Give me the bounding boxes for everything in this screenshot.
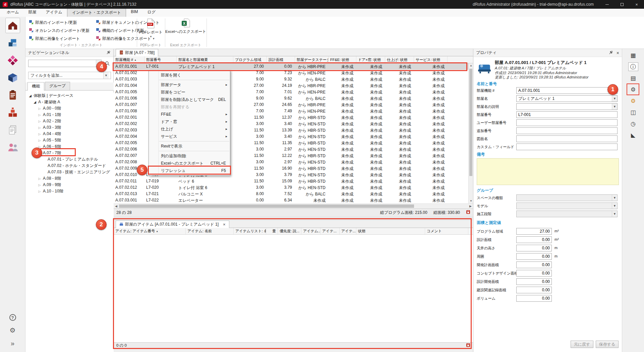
tree-item-7[interactable]: ▷A.05 - 5階: [25, 137, 114, 143]
scroll-left-icon[interactable]: ◀: [114, 204, 119, 209]
items-column-header-9[interactable]: コメント: [425, 228, 468, 234]
property-combo-2-0[interactable]: ▼: [516, 194, 618, 201]
table-row[interactable]: A.07.02.013L7-021バルコニー X8.007.52から BALC未…: [114, 191, 468, 197]
tree-expander-icon[interactable]: ◢: [33, 100, 37, 104]
tree-item-1[interactable]: ◢A - 建築物 A: [25, 99, 114, 105]
context-menu-item-8[interactable]: 仕上げ▸: [149, 125, 230, 133]
nav-tab-0[interactable]: 機能: [27, 82, 44, 91]
tree-item-5[interactable]: ▷A.03 - 3階: [25, 124, 114, 131]
rooms-column-header-4[interactable]: 設計面積: [267, 56, 295, 63]
items-column-header-3[interactable]: 量: [266, 228, 278, 234]
context-menu-item-2[interactable]: 部屋データ▸: [149, 81, 230, 89]
sidebar-buildings-icon[interactable]: [0, 104, 25, 121]
property-combo-0-1[interactable]: プレミアムベッド 1▼: [516, 95, 618, 102]
property-input-0-3[interactable]: [516, 111, 618, 118]
ribbon-small-button-0[interactable]: 部屋のインポート/更新: [27, 18, 93, 26]
pin-icon[interactable]: [609, 50, 613, 55]
rooms-column-header-1[interactable]: 部屋番号: [144, 56, 177, 63]
property-input-0-4[interactable]: [516, 119, 618, 126]
search-icon[interactable]: [104, 60, 111, 67]
tree-item-14[interactable]: ▷A.09 - 9階: [25, 182, 114, 188]
vertical-scrollbar[interactable]: ▲ ▼: [468, 63, 473, 203]
rooms-column-header-9[interactable]: サービス: 状態: [414, 56, 448, 63]
context-menu-item-4[interactable]: 部屋を削除済みとしてマークDEL: [149, 96, 230, 103]
scrollbar-thumb[interactable]: [119, 204, 414, 208]
tree-expander-icon[interactable]: ◢: [38, 151, 42, 155]
rooms-column-header-7[interactable]: ドア+窓: 状態: [356, 56, 385, 63]
items-column-header-7[interactable]: アイテ...: [340, 228, 356, 234]
rooms-column-header-8[interactable]: 仕上げ: 状態: [385, 56, 414, 63]
tree-item-4[interactable]: ▷A.02 - 2階: [25, 118, 114, 124]
pdf-report-button[interactable]: PDF PDFレポート ▾: [139, 18, 162, 39]
tree-expander-icon[interactable]: ▷: [38, 126, 42, 129]
close-icon[interactable]: ×: [617, 51, 619, 55]
property-combo-2-1[interactable]: ▼: [516, 202, 618, 209]
scroll-up-icon[interactable]: ▲: [469, 63, 473, 68]
properties-save-button[interactable]: 保存する: [596, 341, 619, 348]
properties-undo-button[interactable]: 元に戻す: [571, 341, 593, 348]
tree-item-11[interactable]: A.07.02 - ホテル・スタンダード: [25, 163, 114, 169]
context-menu-item-11[interactable]: Revitで表示: [149, 142, 230, 150]
tree-item-6[interactable]: ▷A.04 - 4階: [25, 131, 114, 137]
property-input-3-0[interactable]: [516, 228, 552, 235]
ribbon-small-button-4[interactable]: 部屋に画像をインポート: [27, 35, 93, 43]
table-row[interactable]: A.07.02.012L7-020トイレ付 浴室 63.003.79から HEN…: [114, 184, 468, 191]
close-tab-icon[interactable]: ×: [223, 222, 226, 227]
tree-expander-icon[interactable]: ▷: [38, 107, 42, 110]
table-row[interactable]: A.07.03.001L7-022エレベーター0.006.34未作成未作成未作成…: [114, 197, 468, 203]
context-menu-item-14[interactable]: ExcelへのエクスポートCTRL+E: [149, 160, 230, 167]
tree-item-3[interactable]: ▷A.01 - 1階: [25, 112, 114, 118]
tree-item-15[interactable]: ▷A.10 - 10階: [25, 188, 114, 194]
rooms-column-header-3[interactable]: プログラム領域: [233, 56, 267, 63]
sidebar-home-icon[interactable]: [0, 17, 25, 34]
tree-expander-icon[interactable]: ▷: [38, 132, 42, 136]
excel-export-button[interactable]: X Excelへのエクスポート: [167, 18, 204, 35]
sidebar-expand-icon[interactable]: »: [11, 340, 14, 347]
tree-expander-icon[interactable]: ▷: [38, 139, 42, 142]
rightbar-automation-icon[interactable]: ⚙: [628, 97, 638, 105]
nav-tab-1[interactable]: グループ: [45, 82, 70, 90]
scrollbar-thumb[interactable]: [469, 69, 472, 176]
items-column-header-4[interactable]: 優先度: 説...: [278, 228, 301, 234]
tab-room-items[interactable]: 部屋のアイテム [A.07.01.001 - プレミアムベッド 1] ×: [116, 221, 229, 228]
tree-item-13[interactable]: ▷A.08 - 8階: [25, 175, 114, 182]
ribbon-tab-2[interactable]: アイテム: [41, 8, 67, 17]
tree-item-9[interactable]: ◢A.07 - 7階: [25, 150, 114, 156]
context-menu-item-9[interactable]: サービス▸: [149, 133, 230, 140]
rooms-column-header-5[interactable]: 部屋データステータス: [295, 56, 329, 63]
sidebar-documents-icon[interactable]: [0, 121, 25, 139]
minimize-button[interactable]: [600, 0, 614, 9]
tree-item-10[interactable]: A.07.01 - プレミアムホテル: [25, 156, 114, 163]
rightbar-history-icon[interactable]: ◷: [628, 119, 638, 128]
sidebar-items-icon[interactable]: [0, 69, 25, 86]
ribbon-tab-1[interactable]: 部屋: [24, 8, 41, 17]
rightbar-document-icon[interactable]: ◫: [628, 108, 638, 117]
property-input-3-7[interactable]: [516, 287, 552, 293]
tree-item-12[interactable]: A.07.03 - 技術・エンジニアリング: [25, 169, 114, 175]
context-menu-item-0[interactable]: 部屋を開く: [149, 71, 230, 79]
horizontal-scrollbar[interactable]: ◀ ▶: [114, 203, 473, 209]
panel-splitter[interactable]: [114, 216, 473, 221]
pin-icon[interactable]: [107, 50, 111, 55]
rooms-column-header-2[interactable]: 部屋名と部屋概要: [177, 56, 233, 63]
context-menu-item-15[interactable]: リフレッシュF5: [149, 167, 230, 174]
items-column-header-5[interactable]: アイテム...: [301, 228, 320, 234]
items-column-header-1[interactable]: アイテム: 名前: [186, 228, 234, 234]
items-column-header-2[interactable]: アイテムリスト: 名前: [234, 228, 266, 234]
tree-expander-icon[interactable]: ▷: [38, 120, 42, 123]
tree-item-8[interactable]: ▷A.06 - 6階: [25, 143, 114, 150]
sidebar-models-icon[interactable]: [0, 34, 25, 52]
items-column-header-0[interactable]: アイテム: アイテム番号▲: [114, 228, 186, 234]
rightbar-table-view-icon[interactable]: ▦: [628, 51, 638, 60]
search-input[interactable]: [28, 60, 96, 67]
tree-item-0[interactable]: ◢体験版 | データベース: [25, 93, 114, 99]
sidebar-help-icon[interactable]: ?: [9, 314, 16, 321]
table-row[interactable]: A.07.02.011L7-019ベッド 611.5015.09から HBR-S…: [114, 178, 468, 184]
tree-expander-icon[interactable]: ◢: [28, 94, 32, 98]
sidebar-rooms-icon[interactable]: [0, 52, 25, 69]
context-menu-item-7[interactable]: ドア・窓▸: [149, 118, 230, 125]
items-column-header-8[interactable]: 状態: [356, 228, 425, 234]
property-combo-2-2[interactable]: ▼: [516, 211, 618, 217]
ribbon-tab-4[interactable]: BIM: [126, 8, 142, 17]
tree-expander-icon[interactable]: ▷: [38, 177, 42, 180]
